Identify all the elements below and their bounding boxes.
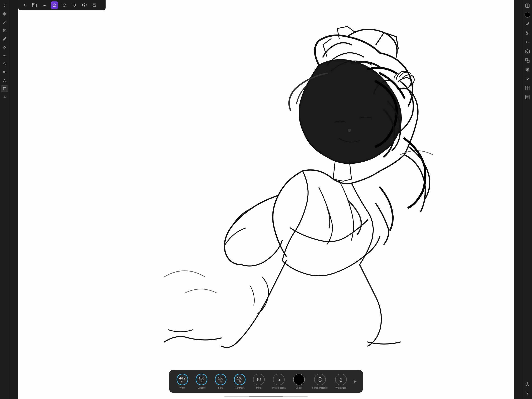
opacity-circle: 100 % xyxy=(196,374,207,385)
svg-point-13 xyxy=(319,379,320,380)
brush-tool[interactable] xyxy=(1,19,8,26)
eyedropper-tool[interactable] xyxy=(1,35,8,42)
svg-point-11 xyxy=(348,129,351,132)
brush-settings-button[interactable] xyxy=(524,20,531,27)
canvas-area[interactable]: 44.7 px Width 100 % Opacity xyxy=(18,0,514,399)
eraser-tool[interactable] xyxy=(1,44,8,51)
left-toolbar: A xyxy=(0,0,9,399)
grid-button[interactable] xyxy=(524,84,531,91)
color-swatch xyxy=(525,12,530,18)
artwork-container xyxy=(18,0,514,399)
flow-value: 100 xyxy=(218,377,223,380)
svg-point-18 xyxy=(527,34,528,35)
svg-rect-8 xyxy=(94,4,94,5)
play-icon: ▶ xyxy=(354,379,357,384)
back-button[interactable] xyxy=(21,1,28,9)
right-toolbar: Aα xyxy=(523,0,532,399)
top-bar: ··· xyxy=(18,0,106,10)
svg-point-20 xyxy=(527,51,528,53)
width-circle: 44.7 px xyxy=(177,374,188,385)
screenshot-button[interactable] xyxy=(524,48,531,55)
smudge-tool[interactable] xyxy=(1,52,8,59)
text-icon: A xyxy=(3,95,6,99)
svg-point-6 xyxy=(63,4,66,7)
more-button[interactable]: More xyxy=(250,372,268,390)
adjustments-button[interactable] xyxy=(524,30,531,37)
flow-circle: 100 % xyxy=(215,374,227,385)
force-pressure-circle xyxy=(314,374,326,385)
colour-button[interactable]: Colour xyxy=(290,372,308,390)
gallery-button[interactable] xyxy=(31,1,38,9)
color-button[interactable] xyxy=(524,11,531,18)
protect-alpha-label: Protect alpha xyxy=(272,386,286,389)
flow-label: Flow xyxy=(218,386,223,389)
force-pressure-label: Force pressure xyxy=(312,386,328,389)
scrollbar-thumb xyxy=(249,396,283,397)
hardness-label: Hardness xyxy=(235,386,245,389)
vector-pen-tool[interactable] xyxy=(1,77,8,84)
help-button[interactable]: ? xyxy=(524,390,531,397)
width-param[interactable]: 44.7 px Width xyxy=(173,372,192,390)
history-button[interactable] xyxy=(71,1,78,9)
opacity-label: Opacity xyxy=(198,386,205,389)
svg-rect-26 xyxy=(528,88,529,90)
flow-unit: % xyxy=(220,380,222,382)
protect-alpha-circle: α xyxy=(273,374,285,385)
export-button[interactable] xyxy=(91,1,98,9)
svg-rect-24 xyxy=(528,86,529,88)
procreate-button[interactable] xyxy=(51,1,58,9)
svg-rect-23 xyxy=(526,86,527,88)
hardness-unit: % xyxy=(239,380,241,382)
reference-button[interactable] xyxy=(524,94,531,101)
circle-tool-button[interactable] xyxy=(61,1,68,9)
wet-edges-circle xyxy=(335,374,347,385)
wet-edges-label: Wet edges xyxy=(336,386,346,389)
text-size-button[interactable]: Aα xyxy=(524,39,531,46)
hardness-value: 100 xyxy=(237,377,242,380)
width-value: 44.7 xyxy=(179,377,186,380)
more-label: More xyxy=(256,386,261,389)
add-point-button[interactable] xyxy=(524,66,531,73)
opacity-param[interactable]: 100 % Opacity xyxy=(192,372,211,390)
svg-rect-3 xyxy=(3,88,6,90)
finger-touch-tool[interactable] xyxy=(1,2,8,9)
width-unit: px xyxy=(181,380,184,382)
brush-bar: 44.7 px Width 100 % Opacity xyxy=(169,370,363,393)
more-options-button[interactable]: ··· xyxy=(41,1,48,9)
colour-circle xyxy=(293,374,305,385)
width-label: Width xyxy=(180,386,185,389)
svg-point-17 xyxy=(527,33,528,34)
svg-point-16 xyxy=(526,32,527,33)
resize-button[interactable] xyxy=(524,57,531,64)
hardness-circle: 100 % xyxy=(234,374,246,385)
play-button[interactable]: ▶ xyxy=(352,378,359,385)
wet-edges-button[interactable]: Wet edges xyxy=(332,372,350,390)
liquify-tool[interactable] xyxy=(1,69,8,76)
layers-button[interactable] xyxy=(81,1,88,9)
protect-alpha-button[interactable]: α Protect alpha xyxy=(269,372,289,390)
svg-rect-27 xyxy=(526,95,529,99)
text-tool[interactable]: A xyxy=(1,94,8,101)
move-tool[interactable] xyxy=(1,10,8,18)
force-pressure-button[interactable]: Force pressure xyxy=(309,372,331,390)
more-icon-circle xyxy=(253,374,265,385)
colour-label: Colour xyxy=(296,386,302,389)
artwork-svg xyxy=(18,0,514,399)
hardness-param[interactable]: 100 % Hardness xyxy=(231,372,249,390)
play-record-button[interactable] xyxy=(524,75,531,82)
flow-param[interactable]: 100 % Flow xyxy=(212,372,230,390)
panels-button[interactable] xyxy=(524,2,531,9)
time-history-button[interactable] xyxy=(524,381,531,388)
svg-point-1 xyxy=(3,63,5,64)
selection-tool[interactable] xyxy=(1,85,8,92)
canvas-scrollbar[interactable] xyxy=(224,396,308,397)
transform-tool[interactable] xyxy=(1,27,8,34)
svg-rect-25 xyxy=(526,88,527,90)
opacity-value: 100 xyxy=(199,377,204,380)
opacity-unit: % xyxy=(201,380,203,382)
clone-tool[interactable] xyxy=(1,60,8,67)
